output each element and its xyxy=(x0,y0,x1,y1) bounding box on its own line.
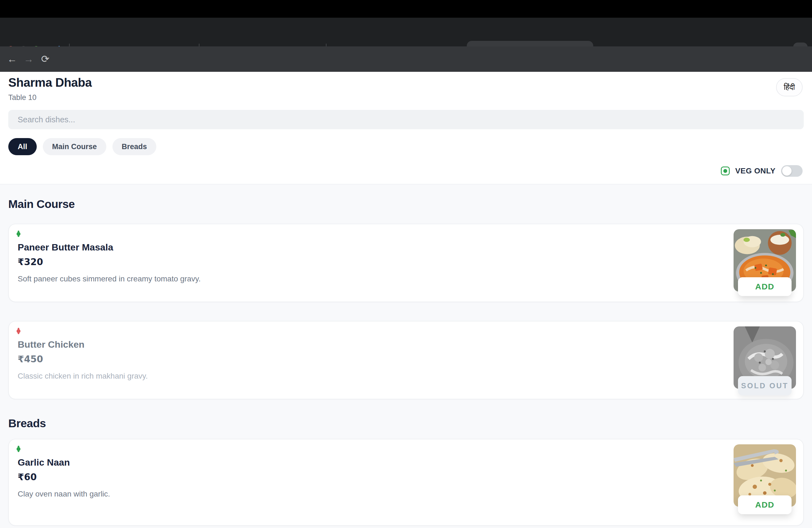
search-input[interactable] xyxy=(8,110,804,129)
restaurant-menu-page: Sharma Dhaba Table 10 हिंदी All Main Cou… xyxy=(0,72,812,528)
chip-main-course[interactable]: Main Course xyxy=(43,138,106,155)
browser-toolbar: ← → ⟳ scanivo.healteo.in/r/lqvhjDNX0lve/… xyxy=(0,46,812,72)
veg-only-control: VEG ONLY xyxy=(721,165,802,177)
back-button[interactable]: ← xyxy=(4,53,20,65)
menu-item-card: Garlic Naan ₹60 Clay oven naan with garl… xyxy=(8,439,804,526)
veg-icon xyxy=(18,231,19,237)
item-price: ₹450 xyxy=(18,354,148,365)
veg-only-label: VEG ONLY xyxy=(735,166,775,175)
section-title-main-course: Main Course xyxy=(8,198,75,211)
chip-all[interactable]: All xyxy=(8,138,37,155)
section-title-breads: Breads xyxy=(8,417,46,430)
item-description: Soft paneer cubes simmered in creamy tom… xyxy=(18,275,201,283)
item-description: Clay oven naan with garlic. xyxy=(18,489,110,498)
language-toggle-button[interactable]: हिंदी xyxy=(776,78,802,97)
veg-icon xyxy=(18,446,19,452)
item-description: Classic chicken in rich makhani gravy. xyxy=(18,372,148,381)
sold-out-badge: SOLD OUT xyxy=(738,376,792,395)
menu-section: Main Course Paneer Butter Masala ₹320 So… xyxy=(0,184,812,528)
veg-only-toggle[interactable] xyxy=(781,165,802,177)
category-filter-chips: All Main Course Breads xyxy=(8,138,156,155)
item-price: ₹60 xyxy=(18,472,110,482)
add-button[interactable]: ADD xyxy=(738,277,792,296)
item-name: Garlic Naan xyxy=(18,457,110,468)
menu-item-card: Butter Chicken ₹450 Classic chicken in r… xyxy=(8,321,804,399)
table-number: Table 10 xyxy=(8,93,37,102)
page-title: Sharma Dhaba xyxy=(8,76,92,89)
item-name: Butter Chicken xyxy=(18,339,148,350)
menu-item-card: Paneer Butter Masala ₹320 Soft paneer cu… xyxy=(8,224,804,302)
item-name: Paneer Butter Masala xyxy=(18,242,201,253)
mac-titlebar xyxy=(0,0,812,18)
browser-tabstrip: 🚀 NeetCode All - Complete Pro ✕ P Produc… xyxy=(0,18,812,46)
reload-button[interactable]: ⟳ xyxy=(37,53,54,65)
add-button[interactable]: ADD xyxy=(738,495,792,514)
forward-button[interactable]: → xyxy=(20,53,37,65)
non-veg-icon xyxy=(18,328,19,334)
item-price: ₹320 xyxy=(18,256,201,267)
chip-breads[interactable]: Breads xyxy=(112,138,157,155)
veg-icon xyxy=(721,166,730,175)
